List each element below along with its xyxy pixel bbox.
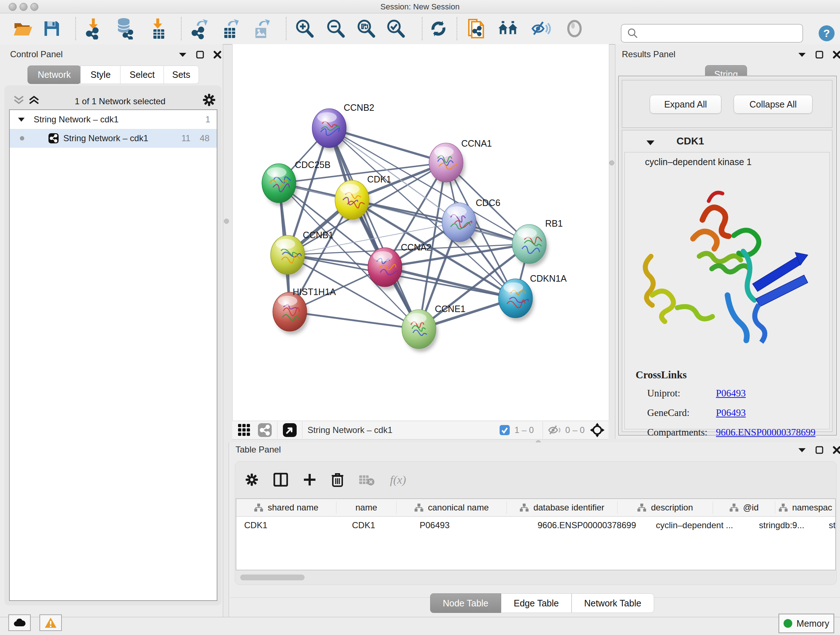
zoom-in-button[interactable]: [294, 18, 315, 40]
panel-float-icon[interactable]: [815, 446, 823, 454]
eye-button[interactable]: [564, 18, 584, 40]
column-header[interactable]: shared name: [236, 501, 336, 514]
crosslinks-title: CrossLinks: [636, 369, 687, 381]
selected-checkbox-icon[interactable]: [499, 424, 510, 435]
tree-expander-icon[interactable]: [18, 117, 25, 122]
view-network-title: String Network – cdk1: [308, 425, 393, 435]
cloud-button[interactable]: [8, 614, 31, 631]
collection-label: String Network – cdk1: [34, 114, 118, 125]
collapse-all-button[interactable]: Collapse All: [734, 95, 813, 114]
open-folder-icon: [13, 20, 33, 37]
panel-menu-icon[interactable]: [179, 52, 187, 57]
search-text-field[interactable]: [638, 28, 802, 39]
tab-network[interactable]: Network: [27, 65, 81, 84]
expand-collapse-bar: Expand All Collapse All: [622, 80, 832, 128]
memory-button[interactable]: Memory: [778, 614, 834, 633]
crosslink-value[interactable]: 9606.ENSP00000378699: [716, 423, 815, 442]
export-table-button[interactable]: [221, 18, 241, 40]
tab-style[interactable]: Style: [80, 65, 121, 84]
panel-float-icon[interactable]: [815, 51, 823, 59]
node-label-CDKN1A: CDKN1A: [530, 273, 567, 283]
delete-icon[interactable]: [332, 472, 344, 487]
hidden-counts: 0 – 0: [565, 425, 584, 435]
column-header[interactable]: name: [336, 501, 396, 514]
crosslink-value[interactable]: P06493: [716, 403, 746, 423]
warnings-button[interactable]: [39, 614, 62, 631]
import-network-file-button[interactable]: [84, 18, 104, 40]
column-header[interactable]: database identifier: [507, 501, 617, 514]
table-row[interactable]: CDK1 CDK1 P06493 9606.ENSP00000378699 cy…: [236, 516, 835, 534]
cell-name: CDK1: [344, 520, 412, 530]
tab-node-table[interactable]: Node Table: [430, 593, 501, 613]
column-type-icon: [637, 503, 646, 512]
left-splitter-grip[interactable]: [224, 219, 229, 224]
panel-close-icon[interactable]: [833, 51, 840, 59]
grid-view-icon[interactable]: [237, 423, 251, 437]
column-header[interactable]: @id: [713, 501, 775, 514]
string-badge-icon[interactable]: [257, 423, 272, 437]
import-network-database-button[interactable]: [114, 18, 134, 40]
horizontal-scrollbar-thumb[interactable]: [240, 575, 305, 580]
string-results-container: Expand All Collapse All CDK1 cyclin–depe…: [618, 76, 837, 435]
column-header[interactable]: namespac: [775, 501, 835, 514]
column-header[interactable]: description: [617, 501, 713, 514]
panel-menu-icon[interactable]: [798, 448, 806, 453]
panel-menu-icon[interactable]: [798, 52, 806, 57]
add-icon[interactable]: [303, 473, 316, 486]
results-panel-title: Results Panel: [622, 49, 676, 59]
current-network-dot: [20, 136, 24, 141]
help-button[interactable]: ?: [818, 25, 835, 42]
show-columns-icon[interactable]: [273, 473, 288, 486]
network-row-selected[interactable]: String Network – cdk1 11 48: [10, 129, 217, 148]
table-tabs: Node Table Edge Table Network Table: [430, 593, 654, 613]
hide-selected-button[interactable]: [531, 18, 551, 40]
tab-select[interactable]: Select: [120, 65, 164, 84]
section-expander-icon[interactable]: [646, 140, 655, 146]
panel-close-icon[interactable]: [213, 51, 221, 59]
gear-icon[interactable]: [202, 93, 216, 106]
collapse-all-icon[interactable]: [13, 95, 25, 105]
table-gear-icon[interactable]: [245, 473, 258, 486]
save-session-button[interactable]: [42, 18, 62, 40]
crosslink-value[interactable]: P06493: [716, 383, 746, 403]
database-icon: [114, 18, 134, 40]
tab-edge-table[interactable]: Edge Table: [501, 593, 572, 613]
title-bar: Session: New Session: [0, 0, 840, 13]
network-graph[interactable]: CCNB2CCNA1CDC25BCDK1CDC6RB1CCNB1CCNA2CDK…: [233, 44, 609, 421]
node-label-CCNB2: CCNB2: [344, 103, 374, 112]
gene-description: cyclin–dependent kinase 1: [645, 157, 752, 167]
cell-namespace: stringdb: [821, 520, 835, 530]
first-neighbors-button[interactable]: [467, 18, 487, 40]
column-type-icon: [414, 503, 424, 512]
show-all-button[interactable]: [498, 18, 518, 40]
import-table-file-button[interactable]: [148, 18, 169, 40]
export-image-button[interactable]: [252, 18, 272, 40]
column-type-icon: [729, 503, 739, 512]
network-node-count: 11: [181, 133, 190, 143]
export-network-button[interactable]: [190, 18, 210, 40]
eye-slash-icon: [531, 19, 551, 38]
expand-all-icon[interactable]: [28, 95, 41, 105]
network-collection-row[interactable]: String Network – cdk1 1: [10, 110, 217, 129]
panel-float-icon[interactable]: [196, 51, 204, 59]
zoom-out-button[interactable]: [325, 18, 346, 40]
right-splitter-grip[interactable]: [609, 160, 614, 165]
zoom-selected-button[interactable]: [386, 18, 406, 40]
tab-sets[interactable]: Sets: [164, 65, 199, 84]
network-canvas[interactable]: CCNB2CCNA1CDC25BCDK1CDC6RB1CCNB1CCNA2CDK…: [232, 44, 609, 421]
node-label-CDC6: CDC6: [476, 198, 500, 208]
column-header[interactable]: canonical name: [396, 501, 507, 514]
node-label-RB1: RB1: [545, 218, 563, 228]
refresh-button[interactable]: [428, 18, 448, 40]
panel-close-icon[interactable]: [833, 446, 840, 454]
birds-eye-icon[interactable]: [283, 423, 297, 437]
toolbar-separator: [422, 17, 423, 40]
column-label: database identifier: [533, 502, 604, 513]
results-panel-controls: [798, 51, 840, 59]
open-session-button[interactable]: [13, 18, 33, 40]
tab-network-table[interactable]: Network Table: [572, 593, 654, 613]
search-input[interactable]: [621, 24, 803, 43]
zoom-fit-button[interactable]: [356, 18, 376, 40]
fit-content-crosshair-icon[interactable]: [590, 423, 605, 438]
expand-all-button[interactable]: Expand All: [650, 95, 722, 114]
